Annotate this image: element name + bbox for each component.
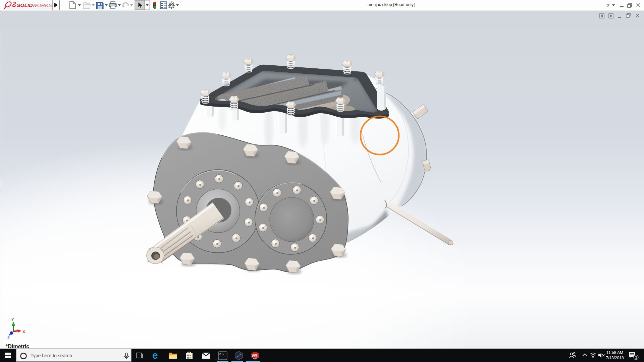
svg-text:Z: Z bbox=[7, 336, 10, 340]
svg-text:2017: 2017 bbox=[253, 357, 258, 360]
svg-text:?: ? bbox=[606, 2, 609, 8]
svg-text:WORKS: WORKS bbox=[32, 2, 52, 8]
svg-text:SOLID: SOLID bbox=[17, 2, 33, 8]
svg-text:e: e bbox=[152, 350, 158, 361]
svg-text:SW: SW bbox=[252, 354, 257, 357]
svg-text:C:\_: C:\_ bbox=[219, 353, 226, 356]
svg-text:Y: Y bbox=[11, 317, 14, 321]
svg-text:X: X bbox=[22, 330, 25, 334]
svg-text:3: 3 bbox=[635, 356, 637, 359]
